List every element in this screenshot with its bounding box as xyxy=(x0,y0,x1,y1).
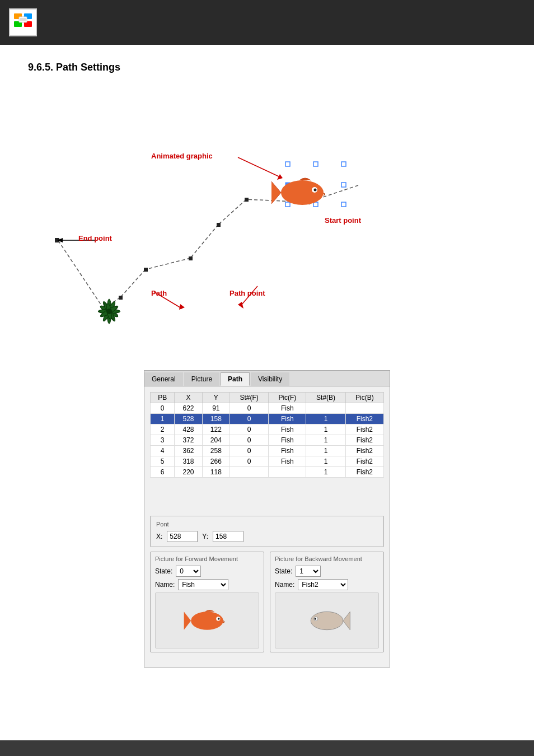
tab-general[interactable]: General xyxy=(144,372,183,386)
svg-marker-53 xyxy=(179,304,185,310)
svg-marker-33 xyxy=(271,181,281,204)
svg-point-56 xyxy=(191,612,223,629)
app-icon xyxy=(9,8,37,36)
backward-name-select[interactable]: Fish Fish2 xyxy=(298,579,348,590)
svg-marker-57 xyxy=(184,612,191,629)
picture-sections: Picture for Forward Movement State: 0 1 … xyxy=(150,552,384,652)
col-picf: Pic(F) xyxy=(269,393,306,403)
tab-visibility[interactable]: Visibility xyxy=(251,372,289,386)
spider-plant-graphic xyxy=(84,286,134,337)
y-input[interactable] xyxy=(213,531,243,542)
backward-picture-section: Picture for Backward Movement State: 0 1… xyxy=(270,552,384,652)
backward-title: Picture for Backward Movement xyxy=(275,556,379,562)
y-label: Y: xyxy=(202,533,208,540)
forward-picture-section: Picture for Forward Movement State: 0 1 … xyxy=(150,552,264,652)
svg-point-37 xyxy=(314,189,317,192)
point-section: Pont X: Y: xyxy=(150,516,384,547)
col-x: X xyxy=(175,393,202,403)
svg-rect-5 xyxy=(20,18,26,21)
svg-marker-51 xyxy=(277,174,283,180)
col-pb: PB xyxy=(151,393,175,403)
svg-rect-15 xyxy=(245,198,249,202)
tab-picture[interactable]: Picture xyxy=(184,372,219,386)
x-input[interactable] xyxy=(167,531,198,542)
forward-name-select[interactable]: Fish Fish2 xyxy=(178,579,228,590)
table-row[interactable]: 62201181Fish2 xyxy=(151,467,384,478)
svg-rect-25 xyxy=(313,162,318,166)
forward-title: Picture for Forward Movement xyxy=(155,556,259,562)
svg-line-54 xyxy=(241,286,257,306)
bottom-bar xyxy=(0,740,534,756)
svg-line-50 xyxy=(238,157,280,177)
table-row[interactable]: 53182660Fish1Fish2 xyxy=(151,456,384,467)
point-section-title: Pont xyxy=(156,521,378,528)
svg-rect-17 xyxy=(189,256,193,260)
tab-content-path: PB X Y St#(F) Pic(F) St#(B) Pic(B) 06229… xyxy=(144,386,390,658)
forward-state-row: State: 0 1 xyxy=(155,566,259,577)
end-point-label: End point xyxy=(78,234,112,242)
tab-panel: General Picture Path Visibility PB X Y S… xyxy=(144,370,390,668)
table-row[interactable]: 0622910Fish xyxy=(151,403,384,414)
svg-rect-28 xyxy=(341,183,346,187)
svg-point-49 xyxy=(106,309,112,314)
col-stb: St#(B) xyxy=(306,393,345,403)
svg-line-9 xyxy=(190,225,218,258)
forward-preview xyxy=(155,592,259,648)
table-row[interactable]: 43622580Fish1Fish2 xyxy=(151,446,384,456)
svg-rect-18 xyxy=(144,268,148,272)
svg-line-10 xyxy=(146,258,190,269)
start-point-label: Start point xyxy=(325,216,361,225)
col-picb: Pic(B) xyxy=(345,393,383,403)
svg-marker-61 xyxy=(343,612,350,629)
svg-line-8 xyxy=(218,199,246,225)
animated-graphic-arrow xyxy=(151,152,297,180)
forward-state-select[interactable]: 0 1 xyxy=(176,566,201,577)
table-row[interactable]: 33722040Fish1Fish2 xyxy=(151,435,384,446)
backward-name-label: Name: xyxy=(275,581,294,589)
main-content: 9.6.5. Path Settings xyxy=(0,45,534,701)
svg-point-59 xyxy=(218,618,220,620)
backward-state-row: State: 0 1 xyxy=(275,566,379,577)
svg-point-32 xyxy=(281,180,324,205)
top-bar xyxy=(0,0,534,45)
table-row[interactable]: 15281580Fish1Fish2 xyxy=(151,414,384,424)
svg-rect-26 xyxy=(341,162,346,166)
path-point-arrow xyxy=(229,281,285,314)
coord-row: X: Y: xyxy=(156,531,378,542)
forward-state-label: State: xyxy=(155,567,172,575)
tab-path[interactable]: Path xyxy=(221,372,250,386)
svg-point-63 xyxy=(315,618,317,620)
path-arrow xyxy=(151,286,224,320)
backward-preview xyxy=(275,592,379,648)
forward-name-row: Name: Fish Fish2 xyxy=(155,579,259,590)
col-stf: St#(F) xyxy=(230,393,269,403)
x-label: X: xyxy=(156,533,162,540)
page-title: 9.6.5. Path Settings xyxy=(28,62,506,73)
forward-name-label: Name: xyxy=(155,581,175,589)
tabs: General Picture Path Visibility xyxy=(144,371,390,386)
svg-rect-16 xyxy=(217,223,221,227)
backward-state-label: State: xyxy=(275,567,292,575)
table-row[interactable]: 24281220Fish1Fish2 xyxy=(151,424,384,435)
backward-state-select[interactable]: 0 1 xyxy=(296,566,321,577)
col-y: Y xyxy=(202,393,229,403)
diagram-area: Animated graphic End point Start point P… xyxy=(28,90,409,348)
svg-rect-31 xyxy=(341,202,346,207)
path-table: PB X Y St#(F) Pic(F) St#(B) Pic(B) 06229… xyxy=(150,392,384,478)
backward-name-row: Name: Fish Fish2 xyxy=(275,579,379,590)
svg-line-52 xyxy=(154,292,182,309)
